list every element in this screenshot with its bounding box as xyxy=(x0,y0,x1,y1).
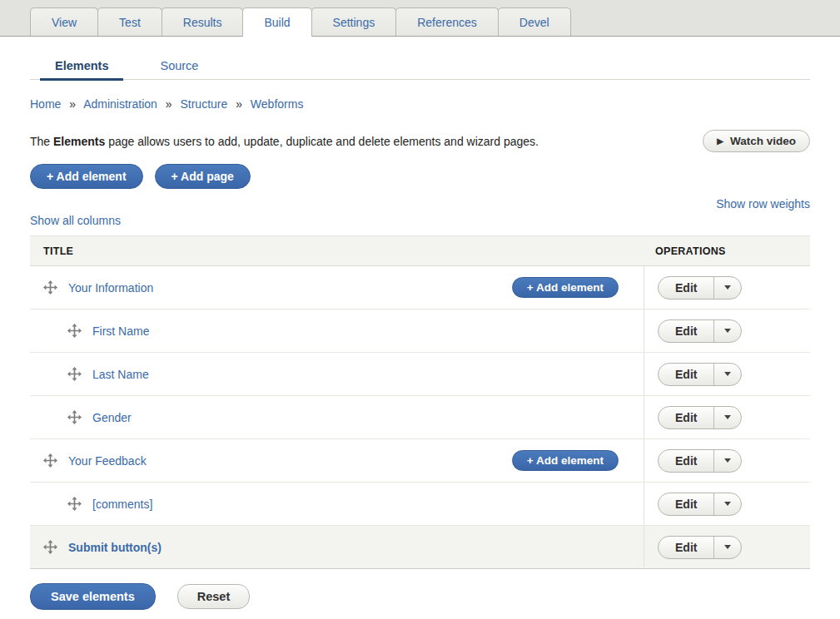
play-icon: ▶ xyxy=(717,136,723,146)
tab-devel[interactable]: Devel xyxy=(498,7,571,36)
edit-split-button[interactable]: Edit xyxy=(658,449,742,473)
page-content: Elements Source Home » Administration » … xyxy=(0,52,840,610)
table-row: First Name Edit xyxy=(30,310,810,353)
row-title-link[interactable]: [comments] xyxy=(92,498,152,511)
edit-button[interactable]: Edit xyxy=(659,493,714,515)
edit-button[interactable]: Edit xyxy=(659,277,714,299)
row-title-link[interactable]: Last Name xyxy=(92,368,149,381)
primary-tabstrip: View Test Results Build Settings Referen… xyxy=(0,0,840,37)
edit-button[interactable]: Edit xyxy=(659,320,714,342)
edit-dropdown-toggle[interactable] xyxy=(714,277,741,299)
tab-view[interactable]: View xyxy=(30,7,98,36)
subtab-elements[interactable]: Elements xyxy=(40,52,123,81)
breadcrumb-link-home[interactable]: Home xyxy=(30,97,61,111)
edit-dropdown-toggle[interactable] xyxy=(714,364,741,385)
action-row: + Add element + Add page xyxy=(30,164,810,189)
footer-actions: Save elements Reset xyxy=(30,583,810,610)
edit-dropdown-toggle[interactable] xyxy=(714,320,741,342)
add-page-button[interactable]: + Add page xyxy=(155,164,251,189)
show-all-columns-link[interactable]: Show all columns xyxy=(30,214,121,227)
edit-split-button[interactable]: Edit xyxy=(658,493,742,516)
row-title-link[interactable]: Submit button(s) xyxy=(68,541,162,554)
breadcrumb-separator: » xyxy=(166,97,172,111)
edit-dropdown-toggle[interactable] xyxy=(714,537,741,558)
breadcrumb: Home » Administration » Structure » Webf… xyxy=(30,97,810,111)
table-row: Your Information + Add element Edit xyxy=(30,266,810,310)
breadcrumb-link-webforms[interactable]: Webforms xyxy=(251,97,304,111)
breadcrumb-separator: » xyxy=(236,97,242,111)
table-row: Last Name Edit xyxy=(30,353,810,396)
breadcrumb-link-administration[interactable]: Administration xyxy=(83,97,157,111)
caret-down-icon xyxy=(724,415,731,419)
breadcrumb-separator: » xyxy=(69,97,76,111)
edit-split-button[interactable]: Edit xyxy=(658,536,742,559)
edit-button[interactable]: Edit xyxy=(659,450,714,472)
caret-down-icon xyxy=(724,285,731,290)
edit-dropdown-toggle[interactable] xyxy=(714,407,741,428)
drag-handle-icon[interactable] xyxy=(67,497,82,511)
row-title-link[interactable]: Your Information xyxy=(68,281,153,295)
intro-row: The Elements page allows users to add, u… xyxy=(30,130,810,152)
edit-dropdown-toggle[interactable] xyxy=(714,450,741,472)
table-row: Submit button(s) Edit xyxy=(30,526,810,569)
show-row-weights-line: Show row weights xyxy=(30,197,810,210)
secondary-tabs: Elements Source xyxy=(30,52,810,80)
drag-handle-icon[interactable] xyxy=(67,410,82,424)
reset-button[interactable]: Reset xyxy=(177,584,251,609)
edit-button[interactable]: Edit xyxy=(659,407,714,428)
intro-text-bold: Elements xyxy=(53,135,105,148)
caret-down-icon xyxy=(724,502,731,506)
row-title-link[interactable]: First Name xyxy=(92,324,149,338)
watch-video-button[interactable]: ▶ Watch video xyxy=(703,130,810,152)
edit-button[interactable]: Edit xyxy=(659,364,714,385)
intro-text-after: page allows users to add, update, duplic… xyxy=(108,135,539,148)
edit-split-button[interactable]: Edit xyxy=(658,319,742,343)
edit-split-button[interactable]: Edit xyxy=(658,406,742,429)
table-header-row: TITLE OPERATIONS xyxy=(30,236,810,266)
drag-handle-icon[interactable] xyxy=(43,280,57,295)
caret-down-icon xyxy=(724,458,731,463)
caret-down-icon xyxy=(724,329,731,333)
table-row: [comments] Edit xyxy=(30,483,810,526)
tab-results[interactable]: Results xyxy=(162,7,244,36)
add-element-button[interactable]: + Add element xyxy=(30,164,143,189)
row-title-link[interactable]: Your Feedback xyxy=(68,454,147,468)
table-row: Your Feedback + Add element Edit xyxy=(30,439,810,483)
drag-handle-icon[interactable] xyxy=(67,367,82,381)
save-elements-button[interactable]: Save elements xyxy=(30,583,156,610)
row-add-element-button[interactable]: + Add element xyxy=(512,450,619,471)
caret-down-icon xyxy=(724,372,731,376)
show-all-columns-line: Show all columns xyxy=(30,214,810,227)
show-row-weights-link[interactable]: Show row weights xyxy=(716,197,810,210)
edit-button[interactable]: Edit xyxy=(659,537,714,558)
table-row: Gender Edit xyxy=(30,396,810,439)
elements-table: TITLE OPERATIONS Your Information + Add … xyxy=(30,235,810,569)
intro-text-before: The xyxy=(30,135,50,148)
drag-handle-icon[interactable] xyxy=(67,324,82,338)
watch-video-label: Watch video xyxy=(730,135,796,147)
drag-handle-icon[interactable] xyxy=(43,540,57,554)
tab-references[interactable]: References xyxy=(395,7,499,36)
column-header-operations: OPERATIONS xyxy=(644,245,810,257)
tab-settings[interactable]: Settings xyxy=(311,7,397,36)
caret-down-icon xyxy=(724,545,731,549)
tab-build[interactable]: Build xyxy=(242,7,311,37)
row-title-link[interactable]: Gender xyxy=(92,411,132,424)
intro-text: The Elements page allows users to add, u… xyxy=(30,135,539,148)
column-header-title: TITLE xyxy=(30,245,644,257)
edit-split-button[interactable]: Edit xyxy=(658,363,742,386)
edit-dropdown-toggle[interactable] xyxy=(714,493,741,515)
edit-split-button[interactable]: Edit xyxy=(658,276,742,300)
row-add-element-button[interactable]: + Add element xyxy=(512,277,619,298)
tab-test[interactable]: Test xyxy=(97,7,162,36)
drag-handle-icon[interactable] xyxy=(43,453,57,468)
subtab-source[interactable]: Source xyxy=(145,52,213,79)
breadcrumb-link-structure[interactable]: Structure xyxy=(180,97,227,111)
